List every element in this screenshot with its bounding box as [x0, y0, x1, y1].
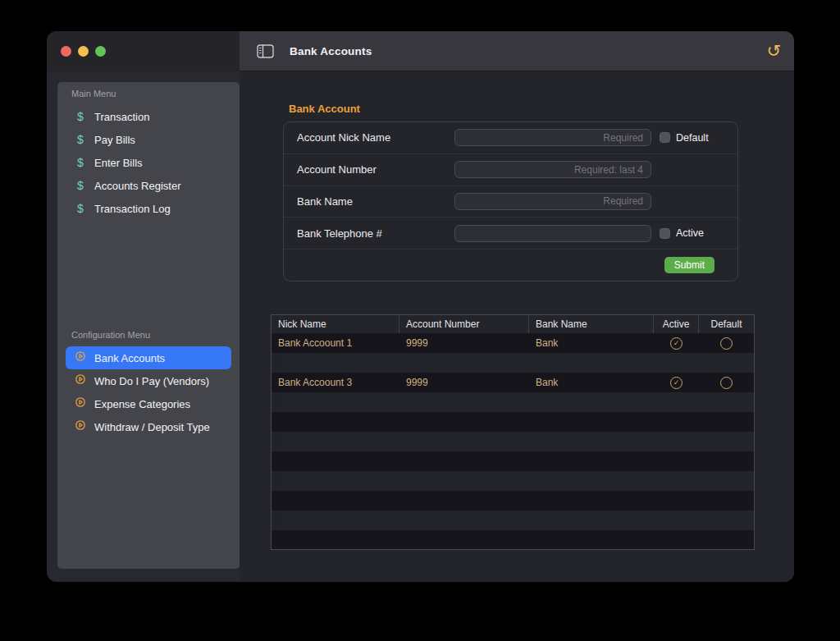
traffic-lights — [61, 46, 106, 57]
account-nick-name-input[interactable] — [454, 129, 651, 146]
cell-nick-name: Bank Accoount 1 — [272, 337, 399, 349]
gear-icon — [72, 419, 89, 434]
sidebar-item-who-do-i-pay[interactable]: Who Do I Pay (Vendors) — [66, 369, 231, 392]
table-empty-row — [272, 491, 754, 511]
sidebar-item-label: Bank Accounts — [94, 352, 165, 364]
table-header: Nick Name Account Number Bank Name Activ… — [272, 315, 754, 333]
form-row-bank-telephone: Bank Telephone # Active — [284, 217, 737, 249]
sidebar-toggle-icon[interactable] — [257, 44, 274, 58]
bank-accounts-table: Nick Name Account Number Bank Name Activ… — [271, 314, 755, 550]
form-row-account-number: Account Number — [284, 153, 737, 185]
account-number-input[interactable] — [454, 161, 651, 178]
form-section-title: Bank Account — [289, 103, 360, 115]
window-title: Bank Accounts — [290, 45, 372, 57]
app-window: Bank Accounts ↺ Main Menu $ Transaction … — [47, 31, 794, 582]
bank-telephone-input[interactable] — [454, 225, 651, 242]
field-label: Bank Name — [297, 195, 454, 208]
checkbox-label: Default — [676, 132, 709, 144]
cell-account-number: 9999 — [278, 396, 285, 408]
column-header-account-number[interactable]: Account Number — [399, 315, 529, 333]
sidebar-item-label: Pay Bills — [94, 134, 135, 146]
sidebar-item-label: Transaction Log — [94, 203, 171, 215]
sidebar-item-label: Transaction — [94, 111, 149, 123]
table-row[interactable]: Bank Accoount 1 9999 Bank ✓ — [272, 333, 754, 353]
field-label: Account Number — [297, 163, 454, 176]
sidebar-item-label: Who Do I Pay (Vendors) — [94, 375, 209, 387]
cell-bank-name: Bank — [529, 377, 654, 388]
sidebar-section-configuration-menu: Configuration Menu Bank Accounts — [57, 328, 240, 438]
column-header-active[interactable]: Active — [654, 315, 699, 333]
dollar-icon: $ — [72, 133, 89, 146]
table-empty-row — [272, 530, 754, 550]
active-checkbox[interactable] — [660, 228, 670, 239]
cell-nick-name: Bank Accoount 4 — [272, 396, 278, 408]
gear-icon — [72, 350, 89, 365]
sidebar-item-enter-bills[interactable]: $ Enter Bills — [66, 151, 231, 174]
cell-nick-name: Bank Accoount 3 — [272, 377, 399, 388]
sidebar-item-expense-categories[interactable]: Expense Categories — [66, 392, 231, 415]
sidebar-section-label: Main Menu — [57, 87, 240, 103]
dollar-icon: $ — [72, 156, 89, 169]
form-row-submit: Submit — [284, 249, 737, 281]
bank-name-input[interactable] — [454, 193, 651, 210]
desktop: Bank Accounts ↺ Main Menu $ Transaction … — [0, 0, 840, 641]
cell-bank-name: Bank — [529, 337, 654, 349]
submit-button[interactable]: Submit — [664, 257, 714, 273]
active-check-icon: ✓ — [670, 337, 682, 350]
column-header-nick-name[interactable]: Nick Name — [272, 315, 399, 333]
cell-account-number: 9999 — [399, 377, 529, 388]
sidebar-item-label: Accounts Register — [94, 180, 181, 192]
minimize-window-button[interactable] — [78, 46, 89, 57]
zoom-window-button[interactable] — [95, 46, 106, 57]
titlebar: Bank Accounts ↺ — [47, 31, 794, 71]
sidebar-item-label: Expense Categories — [94, 398, 190, 410]
cell-bank-name: Bank — [285, 396, 291, 408]
field-label: Bank Telephone # — [297, 227, 454, 240]
gear-icon — [72, 396, 89, 411]
table-empty-row — [272, 511, 282, 530]
default-checkbox[interactable] — [660, 132, 670, 143]
cell-account-number: 9999 — [278, 357, 285, 369]
sidebar-section-label: Configuration Menu — [57, 328, 240, 345]
form-row-account-nick-name: Account Nick Name Default — [284, 122, 737, 153]
table-empty-row — [272, 412, 754, 432]
refresh-icon[interactable]: ↺ — [766, 43, 781, 60]
cell-nick-name: Bank Accoount 2 — [272, 357, 278, 369]
sidebar-item-label: Withdraw / Deposit Type — [94, 421, 210, 433]
titlebar-main: Bank Accounts ↺ — [240, 31, 794, 71]
sidebar-item-bank-accounts[interactable]: Bank Accounts — [66, 346, 231, 369]
dollar-icon: $ — [72, 110, 89, 123]
column-header-default[interactable]: Default — [699, 315, 754, 333]
sidebar-item-transaction[interactable]: $ Transaction — [66, 105, 231, 128]
sidebar-section-main-menu: Main Menu $ Transaction $ Pay Bills $ En… — [57, 87, 240, 220]
close-window-button[interactable] — [61, 46, 71, 57]
sidebar-item-accounts-register[interactable]: $ Accounts Register — [66, 174, 231, 197]
table-empty-row — [272, 471, 282, 491]
table-empty-row — [272, 432, 282, 451]
sidebar-item-label: Enter Bills — [94, 157, 143, 169]
main-content: Bank Account Account Nick Name Default A… — [240, 71, 794, 582]
default-circle-icon — [720, 337, 733, 350]
field-label: Account Nick Name — [297, 131, 454, 144]
sidebar-item-pay-bills[interactable]: $ Pay Bills — [66, 128, 231, 151]
dollar-icon: $ — [72, 179, 89, 192]
dollar-icon: $ — [72, 202, 89, 215]
sidebar-item-transaction-log[interactable]: $ Transaction Log — [66, 197, 231, 220]
column-header-bank-name[interactable]: Bank Name — [529, 315, 654, 333]
cell-account-number: 9999 — [399, 337, 529, 349]
sidebar-item-withdraw-deposit-type[interactable]: Withdraw / Deposit Type — [66, 415, 231, 438]
bank-account-form: Account Nick Name Default Account Number… — [283, 121, 738, 282]
cell-bank-name: Bank — [285, 357, 291, 369]
table-row[interactable]: Bank Accoount 4 9999 Bank ✓ — [272, 392, 282, 412]
gear-icon — [72, 373, 89, 388]
checkbox-label: Active — [676, 227, 704, 239]
active-check-icon: ✓ — [670, 377, 682, 389]
form-row-bank-name: Bank Name — [284, 185, 737, 217]
default-circle-icon — [720, 377, 733, 389]
table-row[interactable]: Bank Accoount 2 9999 Bank ✓ — [272, 353, 282, 373]
sidebar: Main Menu $ Transaction $ Pay Bills $ En… — [57, 82, 240, 569]
table-empty-row — [272, 451, 754, 471]
table-row[interactable]: Bank Accoount 3 9999 Bank ✓ — [272, 373, 754, 392]
